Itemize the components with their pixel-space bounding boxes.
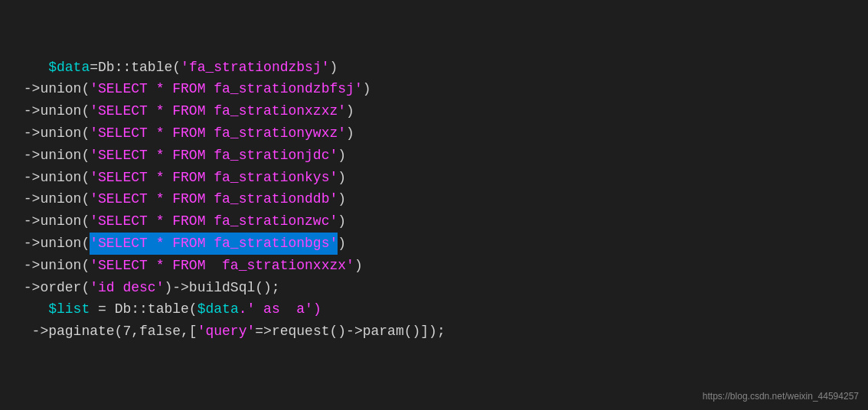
code-token: request() bbox=[272, 321, 346, 343]
code-token: 'query' bbox=[197, 321, 256, 343]
code-line: ->union('SELECT * FROM fa_strationzwc') bbox=[15, 210, 853, 233]
code-token: ) bbox=[338, 188, 346, 210]
code-token: ) bbox=[338, 145, 346, 167]
code-token: ) bbox=[346, 122, 354, 145]
code-token: )->buildSql(); bbox=[164, 277, 279, 299]
code-token: 'SELECT * FROM fa_strationdzbfsj' bbox=[90, 78, 362, 100]
code-token: 'SELECT * FROM fa_strationxzxz' bbox=[90, 100, 346, 122]
code-token: Db::table( bbox=[98, 57, 181, 79]
code-token: ->paginate(7,false,[ bbox=[15, 321, 197, 343]
code-token: ) bbox=[354, 255, 363, 277]
code-line: ->union('SELECT * FROM fa_strationxxzx') bbox=[15, 255, 853, 277]
code-token: ) bbox=[363, 78, 371, 100]
code-token: $data bbox=[48, 57, 90, 79]
code-line: ->union('SELECT * FROM fa_strationbgs') bbox=[15, 233, 853, 255]
code-token: ->union( bbox=[15, 210, 90, 233]
code-line: $list = Db::table($data.' as a') bbox=[15, 298, 853, 321]
code-token bbox=[15, 298, 48, 321]
code-token: 'SELECT * FROM fa_strationkys' bbox=[90, 167, 338, 189]
code-token: .' as a') bbox=[239, 298, 321, 321]
code-token: ) bbox=[346, 100, 354, 122]
code-token: ->union( bbox=[15, 255, 90, 277]
code-line: ->union('SELECT * FROM fa_strationywxz') bbox=[15, 122, 853, 145]
code-token: 'SELECT * FROM fa_strationjdc' bbox=[90, 145, 338, 167]
code-token: ->param() bbox=[346, 321, 420, 343]
code-line: ->union('SELECT * FROM fa_strationkys') bbox=[15, 167, 853, 189]
code-line: ->union('SELECT * FROM fa_strationjdc') bbox=[15, 145, 853, 167]
code-token: ) bbox=[338, 167, 346, 189]
code-token: ) bbox=[338, 210, 346, 233]
code-line: ->union('SELECT * FROM fa_strationxzxz') bbox=[15, 100, 853, 122]
code-line: ->union('SELECT * FROM fa_strationddb') bbox=[15, 188, 853, 210]
code-token: ->order( bbox=[15, 277, 90, 299]
code-editor: $data=Db::table('fa_strationdzbsj') ->un… bbox=[15, 12, 853, 343]
code-token: ->union( bbox=[15, 122, 90, 145]
code-token: $list bbox=[48, 298, 90, 321]
code-token: ->union( bbox=[15, 167, 90, 189]
code-token: = bbox=[90, 57, 98, 79]
code-line: $data=Db::table('fa_strationdzbsj') bbox=[15, 57, 853, 79]
code-token: => bbox=[255, 321, 272, 343]
watermark: https://blog.csdn.net/weixin_44594257 bbox=[703, 389, 859, 404]
code-token: ->union( bbox=[15, 78, 90, 100]
code-token: 'id desc' bbox=[90, 277, 164, 299]
code-token: 'SELECT * FROM fa_strationbgs' bbox=[90, 233, 338, 255]
code-token: ) bbox=[330, 57, 338, 79]
code-token: ->union( bbox=[15, 233, 90, 255]
code-token: Db::table( bbox=[115, 298, 197, 321]
code-line: ->paginate(7,false,['query'=>request()->… bbox=[15, 321, 853, 343]
code-token: $data bbox=[197, 298, 239, 321]
code-line: ->order('id desc')->buildSql(); bbox=[15, 277, 853, 299]
code-token: 'SELECT * FROM fa_strationzwc' bbox=[90, 210, 338, 233]
code-token: ->union( bbox=[15, 100, 90, 122]
code-line: ->union('SELECT * FROM fa_strationdzbfsj… bbox=[15, 78, 853, 100]
code-token: ]); bbox=[420, 321, 445, 343]
code-token: ) bbox=[338, 233, 346, 255]
code-token: ->union( bbox=[15, 188, 90, 210]
code-token: ->union( bbox=[15, 145, 90, 167]
code-token: = bbox=[90, 298, 114, 321]
code-token bbox=[15, 57, 48, 79]
code-token: 'SELECT * FROM fa_strationddb' bbox=[90, 188, 338, 210]
code-token: 'SELECT * FROM fa_strationywxz' bbox=[90, 122, 346, 145]
code-token: 'SELECT * FROM fa_strationxxzx' bbox=[90, 255, 354, 277]
code-token: 'fa_strationdzbsj' bbox=[181, 57, 329, 79]
